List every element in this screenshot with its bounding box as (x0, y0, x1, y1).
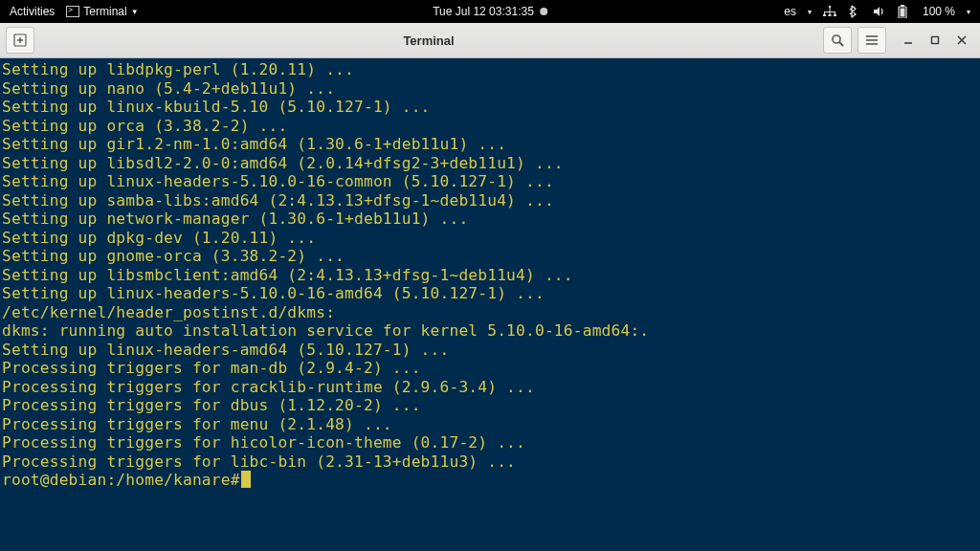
terminal-line: Setting up libsmbclient:amd64 (2:4.13.13… (2, 266, 978, 285)
volume-icon (873, 6, 886, 17)
svg-rect-11 (900, 9, 904, 17)
svg-rect-3 (824, 11, 825, 14)
cursor (241, 471, 251, 488)
terminal-line: Setting up network-manager (1.30.6-1+deb… (2, 209, 978, 229)
gnome-top-panel: Activities Terminal ▼ Tue Jul 12 03:31:3… (0, 0, 980, 23)
terminal-line: Setting up gnome-orca (3.38.2-2) ... (2, 247, 978, 266)
terminal-line: dkms: running auto installation service … (2, 321, 978, 341)
svg-rect-1 (829, 8, 830, 11)
svg-rect-5 (835, 11, 835, 14)
terminal-line: Processing triggers for man-db (2.9.4-2)… (2, 359, 978, 378)
terminal-line: Setting up linux-headers-amd64 (5.10.127… (2, 341, 978, 360)
chevron-down-icon: ▾ (808, 8, 812, 16)
prompt-path: /home/kanare (116, 471, 230, 489)
terminal-line: Setting up nano (5.4-2+deb11u1) ... (2, 79, 978, 99)
terminal-line: Setting up linux-headers-5.10.0-16-commo… (2, 172, 978, 191)
svg-rect-8 (834, 14, 836, 16)
svg-line-14 (839, 42, 843, 46)
terminal-line: /etc/kernel/header_postinst.d/dkms: (2, 303, 978, 322)
chevron-down-icon: ▼ (131, 8, 139, 16)
terminal-line: Setting up libsdl2-2.0-0:amd64 (2.0.14+d… (2, 154, 978, 173)
terminal-line: Processing triggers for dbus (1.12.20-2)… (2, 396, 978, 415)
app-menu[interactable]: Terminal ▼ (66, 5, 138, 18)
chevron-down-icon: ▾ (967, 8, 970, 16)
network-icon (823, 6, 836, 17)
system-tray[interactable]: es ▾ 100 % ▾ (784, 5, 970, 18)
battery-icon (898, 5, 911, 18)
search-button[interactable] (823, 27, 852, 54)
window-titlebar: Terminal (0, 23, 980, 58)
terminal-line: Processing triggers for libc-bin (2.31-1… (2, 452, 978, 472)
terminal-line: Processing triggers for hicolor-icon-the… (2, 433, 978, 452)
prompt-user-host: root@debian (2, 471, 106, 489)
notification-dot-icon (540, 8, 547, 15)
terminal-output: Setting up libdpkg-perl (1.20.11) ...Set… (2, 60, 978, 471)
terminal-line: Setting up linux-headers-5.10.0-16-amd64… (2, 284, 978, 303)
terminal-line: Setting up gir1.2-nm-1.0:amd64 (1.30.6-1… (2, 135, 978, 154)
maximize-button[interactable] (923, 27, 947, 54)
clock[interactable]: Tue Jul 12 03:31:35 (433, 5, 547, 18)
svg-rect-19 (932, 37, 939, 44)
input-language-indicator[interactable]: es (784, 5, 796, 18)
app-menu-label: Terminal (83, 5, 126, 18)
clock-text: Tue Jul 12 03:31:35 (433, 5, 534, 18)
prompt-line: root@debian:/home/kanare# (2, 471, 978, 490)
terminal-line: Setting up linux-kbuild-5.10 (5.10.127-1… (2, 98, 978, 117)
window-title: Terminal (40, 33, 817, 48)
terminal-viewport[interactable]: Setting up libdpkg-perl (1.20.11) ...Set… (0, 58, 980, 551)
terminal-line: Processing triggers for cracklib-runtime… (2, 378, 978, 397)
svg-rect-6 (823, 14, 826, 16)
terminal-line: Setting up orca (3.38.2-2) ... (2, 117, 978, 136)
terminal-line: Setting up libdpkg-perl (1.20.11) ... (2, 60, 978, 79)
hamburger-menu-button[interactable] (858, 27, 886, 54)
minimize-button[interactable] (896, 27, 921, 54)
activities-button[interactable]: Activities (10, 5, 55, 18)
svg-rect-4 (829, 11, 830, 14)
svg-rect-0 (829, 6, 831, 8)
terminal-line: Processing triggers for menu (2.1.48) ..… (2, 415, 978, 434)
svg-rect-7 (828, 14, 831, 16)
svg-point-13 (833, 35, 840, 43)
battery-percent-label: 100 % (923, 5, 955, 18)
new-tab-button[interactable] (6, 27, 34, 54)
terminal-line: Setting up samba-libs:amd64 (2:4.13.13+d… (2, 191, 978, 210)
terminal-app-icon (66, 6, 79, 17)
close-button[interactable] (949, 27, 974, 54)
terminal-line: Setting up dpkg-dev (1.20.11) ... (2, 229, 978, 248)
bluetooth-icon (848, 5, 861, 18)
prompt-symbol: # (231, 471, 240, 489)
